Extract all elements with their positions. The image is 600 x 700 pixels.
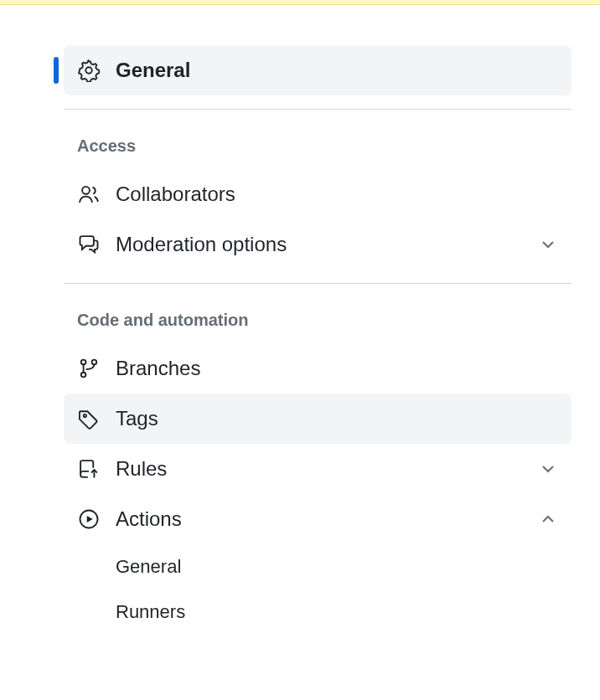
section-header-code: Code and automation	[64, 304, 572, 343]
chevron-down-icon	[538, 459, 558, 479]
svg-point-4	[92, 360, 97, 365]
section-header-access: Access	[64, 130, 572, 169]
nav-collaborators[interactable]: Collaborators	[64, 169, 572, 219]
nav-branches[interactable]: Branches	[64, 343, 572, 394]
nav-general[interactable]: General	[64, 45, 572, 95]
repo-push-icon	[77, 457, 101, 481]
svg-point-2	[81, 360, 86, 365]
svg-point-0	[85, 67, 91, 73]
nav-tags[interactable]: Tags	[64, 394, 572, 444]
svg-point-1	[82, 187, 90, 194]
nav-actions[interactable]: Actions	[64, 494, 572, 544]
nav-moderation-label: Moderation options	[116, 233, 523, 256]
svg-point-3	[81, 373, 86, 378]
play-circle-icon	[77, 507, 101, 531]
nav-actions-runners[interactable]: Runners	[64, 589, 572, 635]
comment-discussion-icon	[77, 233, 101, 256]
people-icon	[77, 183, 101, 206]
divider	[64, 109, 572, 110]
nav-moderation[interactable]: Moderation options	[64, 219, 572, 270]
git-branch-icon	[77, 357, 101, 380]
nav-rules-label: Rules	[116, 457, 523, 481]
nav-actions-general-label: General	[116, 556, 181, 578]
nav-tags-label: Tags	[116, 407, 558, 430]
nav-general-label: General	[116, 59, 558, 82]
nav-collaborators-label: Collaborators	[116, 183, 558, 206]
gear-icon	[77, 59, 101, 82]
nav-actions-runners-label: Runners	[116, 601, 185, 623]
nav-actions-label: Actions	[116, 507, 523, 531]
svg-point-5	[84, 414, 86, 417]
settings-sidebar: General Access Collaborators Moderation …	[0, 5, 600, 635]
chevron-down-icon	[538, 234, 558, 255]
nav-branches-label: Branches	[116, 357, 558, 380]
chevron-up-icon	[538, 509, 558, 529]
divider	[64, 283, 572, 284]
tag-icon	[77, 407, 101, 430]
nav-rules[interactable]: Rules	[64, 444, 572, 494]
nav-actions-general[interactable]: General	[64, 544, 572, 589]
